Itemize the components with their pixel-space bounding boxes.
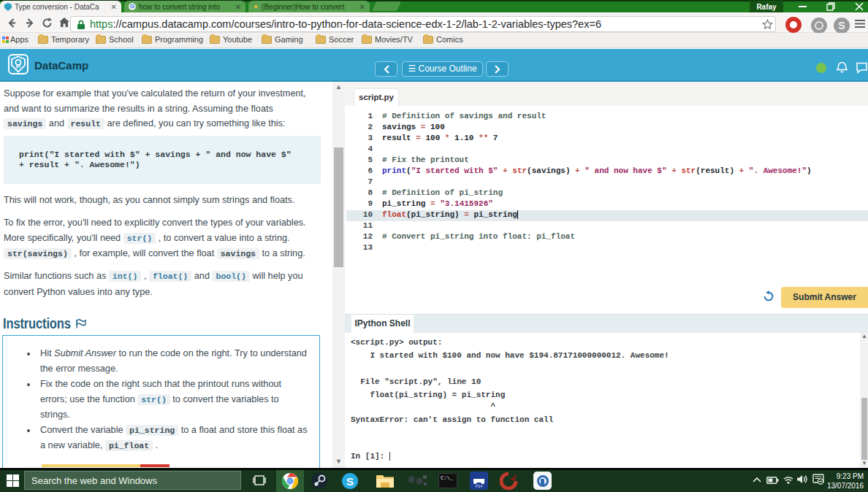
svg-text:S: S [346, 475, 354, 488]
svg-text:PS4: PS4 [476, 484, 483, 488]
